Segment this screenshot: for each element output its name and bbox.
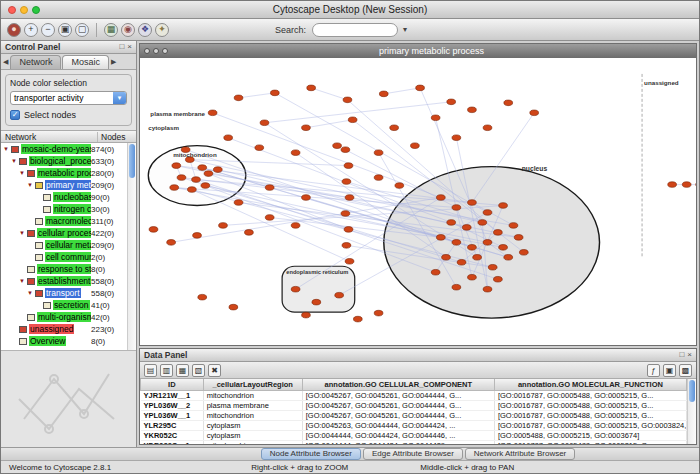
network-canvas[interactable]: plasma membranecytoplasmmitochondrionnuc… [140,58,696,345]
network-node[interactable] [302,195,311,201]
float-panel-icon[interactable]: □ [679,351,684,359]
tree-item[interactable]: ▼macromolecule...311(0) [1,215,127,227]
network-node[interactable] [245,230,254,236]
tree-item[interactable]: ▼establishment of lo...558(0) [1,275,127,287]
export-attributes-icon[interactable]: ▩ [679,364,692,377]
zoom-selected-icon[interactable]: ▣ [58,23,72,37]
network-node[interactable] [219,223,228,229]
tree-column-nodes[interactable]: Nodes [98,132,136,142]
network-node[interactable] [291,286,300,292]
expander-icon[interactable]: ▼ [27,290,35,296]
expander-icon[interactable]: ▼ [19,170,27,176]
tree-item[interactable]: ▼cellular metabo...209(0) [1,239,127,251]
network-node[interactable] [390,125,399,131]
network-node[interactable] [483,286,492,292]
network-node[interactable] [345,195,354,201]
close-panel-icon[interactable]: × [127,43,132,51]
row-id-cell[interactable]: YLR295C [141,420,204,430]
table-row[interactable]: YLR295Ccytoplasm[GO:0045263, GO:0044444,… [141,420,687,430]
zoom-in-icon[interactable]: + [24,23,38,37]
zoom-fit-icon[interactable]: ▢ [75,23,89,37]
row-cell[interactable]: [GO:0045263, GO:0044444, GO:0044424, ... [302,420,494,430]
network-node[interactable] [185,157,194,163]
network-node[interactable] [348,117,357,123]
internal-maximize-icon[interactable] [162,48,168,54]
network-node[interactable] [188,187,197,193]
network-node[interactable] [234,95,243,101]
row-cell[interactable]: [GO:0044444, GO:0044424, GO:0044446, ... [302,430,494,440]
tab-mosaic[interactable]: Mosaic [62,55,109,69]
network-node[interactable] [483,240,492,246]
network-node[interactable] [213,167,222,173]
network-node[interactable] [260,120,269,126]
network-node[interactable] [342,243,351,249]
tab-network-attribute-browser[interactable]: Network Attribute Browser [465,448,575,460]
zoom-out-icon[interactable]: − [41,23,55,37]
row-cell[interactable]: [GO:0045267, GO:0045261, GO:0044444, G..… [302,390,494,400]
network-node[interactable] [447,99,456,105]
row-cell[interactable]: [GO:0016787, GO:0005488, GO:0005215, G..… [494,400,686,410]
row-cell[interactable]: cytoplasm [203,430,302,440]
node-color-combobox[interactable]: transporter activity ▼ [10,91,127,105]
network-node[interactable] [229,304,238,310]
tree-item[interactable]: ▼Overview8(0) [1,335,127,347]
tree-item[interactable]: ▼nitrogen compo...30(0) [1,203,127,215]
network-node[interactable] [478,220,487,226]
network-node[interactable] [483,210,492,216]
expander-icon[interactable]: ▼ [3,146,11,152]
network-node[interactable] [234,200,243,206]
network-node[interactable] [270,90,279,96]
table-row[interactable]: YJR121W__1mitochondrion[GO:0045267, GO:0… [141,390,687,400]
zoom-window-button[interactable] [32,6,40,14]
tree-scrollbar-thumb[interactable] [129,144,135,178]
close-window-button[interactable] [8,6,16,14]
tree-item[interactable]: ▼metabolic process280(0) [1,167,127,179]
network-node[interactable] [353,316,362,322]
network-node[interactable] [436,235,445,241]
network-node[interactable] [494,230,503,236]
network-node[interactable] [208,110,217,116]
network-node[interactable] [291,150,300,156]
network-edge[interactable] [192,190,350,262]
row-cell[interactable]: mitochondrion [203,440,302,444]
network-node[interactable] [204,171,213,177]
tree-item[interactable]: ▼mosaic-demo-yeast874(0) [1,143,127,155]
delete-attribute-icon[interactable]: ✖ [208,364,221,377]
network-node[interactable] [504,100,513,106]
row-cell[interactable]: [GO:0044444, GO:0044424, GO:0044429, ... [302,440,494,444]
network-node[interactable] [342,179,351,185]
search-input[interactable] [312,23,398,37]
network-node[interactable] [177,175,186,181]
tab-edge-attribute-browser[interactable]: Edge Attribute Browser [363,448,463,460]
network-node[interactable] [668,182,677,188]
network-node[interactable] [265,185,274,191]
tree-scrollbar[interactable] [127,143,136,350]
network-node[interactable] [494,276,503,282]
search-options-button[interactable]: ▾ [403,25,407,34]
row-cell[interactable]: [GO:0016787, GO:0005488, GO:0005215, G..… [494,390,686,400]
tree-item[interactable]: ▼primary metabol...209(0) [1,179,127,191]
row-cell[interactable]: [GO:0045267, GO:0045261, GO:0044444, G..… [302,400,494,410]
destroy-network-icon[interactable]: ● [7,23,21,37]
vizmapper-icon[interactable]: ❖ [138,23,152,37]
column-header[interactable]: _cellularLayoutRegion [203,379,302,390]
column-header[interactable]: annotation.GO MOLECULAR_FUNCTION [494,379,686,390]
network-node[interactable] [344,163,353,169]
network-node[interactable] [468,200,477,206]
network-view-titlebar[interactable]: primary metabolic process [140,44,696,58]
network-node[interactable] [416,85,425,91]
expander-icon[interactable]: ▼ [27,182,35,188]
tree-column-network[interactable]: Network [1,132,98,142]
network-node[interactable] [172,163,181,169]
network-edge[interactable] [384,88,420,94]
attribute-new-icon[interactable]: ▦ [176,364,189,377]
network-node[interactable] [312,299,321,305]
row-cell[interactable]: plasma membrane [203,400,302,410]
network-node[interactable] [509,223,518,229]
network-node[interactable] [452,284,461,290]
row-cell[interactable]: cytoplasm [203,420,302,430]
table-row[interactable]: YPL036W__2plasma membrane[GO:0045267, GO… [141,400,687,410]
network-node[interactable] [468,245,477,251]
expander-icon[interactable]: ▼ [11,158,19,164]
row-id-cell[interactable]: YDR039C__1 [141,440,204,444]
